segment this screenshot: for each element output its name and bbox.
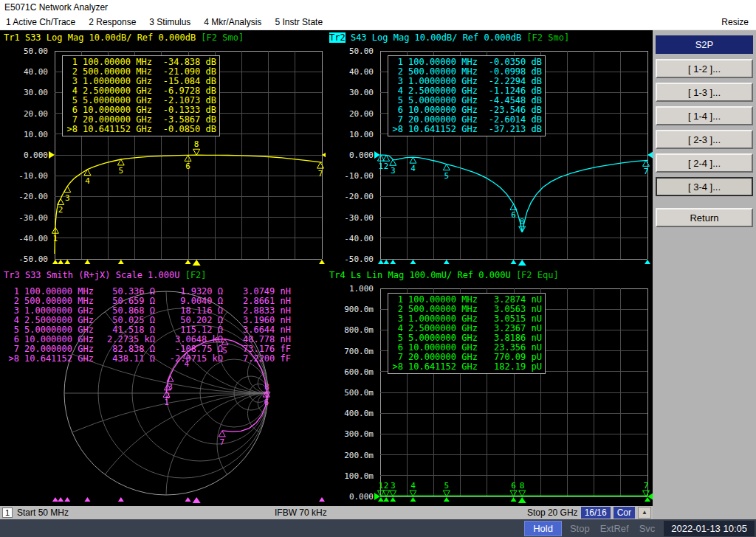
footer-bar: HoldStopExtRefSvc 2022-01-13 10:05: [0, 519, 756, 537]
svg-text:2: 2: [165, 391, 171, 401]
tr2-fixture: [F2 Smo]: [526, 32, 569, 43]
status-bar: 1 Start 50 MHz IFBW 70 kHz Stop 20 GHz 1…: [0, 506, 653, 519]
svg-text:900.0m: 900.0m: [344, 305, 374, 314]
footer-hold[interactable]: Hold: [524, 521, 562, 536]
svg-text:1: 1: [379, 162, 384, 171]
sweep-progress-badge: 16/16: [581, 507, 611, 519]
softkey-return[interactable]: Return: [656, 208, 753, 227]
correction-badge: Cor: [614, 507, 635, 519]
trace3-marker-table: 1100.00000 MHz50.336 Ω1.9320 Ω3.0749 nH2…: [6, 286, 292, 364]
svg-text:50.00: 50.00: [349, 46, 374, 56]
display-column: 50.0040.0030.0020.0010.000.000-10.00-20.…: [0, 30, 653, 519]
svg-text:-30.00: -30.00: [18, 213, 48, 223]
status-stop: Stop 20 GHz: [527, 507, 578, 518]
tr4-format: Ls Lin Mag 100.0mU/ Ref 0.000U: [346, 270, 516, 280]
tr3-format: S33 Smith (R+jX) Scale 1.000U: [20, 270, 185, 280]
tr1-fixture: [F2 Smo]: [201, 32, 244, 43]
tr1-marker-row-8: >810.641152 GHz-0.0850 dB: [66, 125, 216, 134]
menu-1-active-ch-trace[interactable]: 1 Active Ch/Trace: [6, 17, 75, 27]
softkey-menu-title: S2P: [656, 35, 753, 54]
softkey-1-4[interactable]: [ 1-4 ]...: [656, 106, 753, 125]
tr3-marker-row-8: >810.641152 GHz438.11 Ω-2.0715 kΩ7.2200 …: [7, 354, 291, 364]
svg-text:-30.00: -30.00: [344, 213, 374, 223]
channel-indicator: 1: [2, 507, 13, 518]
svg-text:500.0m: 500.0m: [344, 388, 374, 398]
svg-text:8: 8: [520, 481, 525, 491]
trace1-panel: 50.0040.0030.0020.0010.000.000-10.00-20.…: [0, 30, 326, 268]
footer-stop: Stop: [570, 523, 590, 534]
svg-text:5: 5: [119, 166, 124, 176]
svg-text:7: 7: [219, 437, 224, 447]
softkey-2-3[interactable]: [ 2-3 ]...: [656, 130, 753, 149]
svg-text:700.0m: 700.0m: [344, 347, 374, 356]
svg-text:3: 3: [168, 382, 173, 392]
trace2-panel: 50.0040.0030.0020.0010.000.000-10.00-20.…: [326, 30, 653, 268]
svg-text:6: 6: [511, 210, 516, 220]
trace2-marker-table: 1100.00000 MHz-0.0350 dB2500.00000 MHz-0…: [388, 55, 546, 136]
softkey-buttons: [ 1-2 ]...[ 1-3 ]...[ 1-4 ]...[ 2-3 ]...…: [656, 59, 753, 232]
svg-text:0.000: 0.000: [349, 150, 374, 160]
trace4-header: Tr4 Ls Lin Mag 100.0mU/ Ref 0.000U [F2 E…: [329, 270, 559, 280]
svg-text:3: 3: [391, 166, 396, 176]
menu-4-mkr-analysis[interactable]: 4 Mkr/Analysis: [204, 17, 261, 27]
svg-text:400.0m: 400.0m: [344, 409, 374, 418]
tr4-marker-row-8: >810.641152 GHz182.19 pU: [391, 362, 542, 372]
softkey-3-4[interactable]: [ 3-4 ]...: [656, 177, 753, 196]
menu-5-instr-state[interactable]: 5 Instr State: [275, 17, 323, 27]
softkey-1-3[interactable]: [ 1-3 ]...: [656, 83, 753, 102]
tr4-markers: 12345678: [377, 481, 649, 496]
main-area: 50.0040.0030.0020.0010.000.000-10.00-20.…: [0, 30, 756, 519]
svg-text:50.00: 50.00: [24, 46, 48, 56]
menu-2-response[interactable]: 2 Response: [89, 17, 136, 27]
svg-text:6: 6: [511, 481, 516, 491]
tr3-fixture: [F2]: [185, 270, 207, 280]
svg-text:-40.00: -40.00: [344, 234, 374, 243]
menu-3-stimulus[interactable]: 3 Stimulus: [149, 17, 190, 27]
footer-svc: Svc: [639, 523, 656, 534]
svg-text:30.00: 30.00: [349, 88, 374, 97]
svg-text:8: 8: [264, 382, 269, 392]
svg-text:4: 4: [410, 481, 416, 491]
display-area: 50.0040.0030.0020.0010.000.000-10.00-20.…: [0, 30, 653, 506]
softkey-2-4[interactable]: [ 2-4 ]...: [656, 153, 753, 173]
window-title: E5071C Network Analyzer: [4, 2, 108, 13]
svg-text:10.00: 10.00: [24, 130, 48, 139]
svg-text:3: 3: [391, 481, 396, 491]
resize-control[interactable]: Resize: [721, 17, 749, 27]
svg-text:1: 1: [379, 481, 384, 491]
svg-text:7: 7: [318, 169, 323, 179]
svg-text:-20.00: -20.00: [344, 192, 374, 201]
svg-text:30.00: 30.00: [24, 88, 48, 97]
svg-text:-20.00: -20.00: [18, 192, 48, 201]
svg-text:-50.00: -50.00: [18, 254, 48, 264]
tr1-name: Tr1: [4, 32, 20, 43]
svg-text:6: 6: [185, 162, 190, 171]
svg-text:8: 8: [520, 217, 525, 226]
svg-text:-40.00: -40.00: [18, 234, 48, 243]
datetime-display: 2022-01-13 10:05: [664, 521, 755, 536]
svg-text:-10.00: -10.00: [344, 171, 374, 181]
status-ifbw: IFBW 70 kHz: [275, 507, 327, 518]
trace4-marker-table: 1100.00000 MHz3.2874 nU2500.00000 MHz3.0…: [388, 293, 546, 374]
softkey-1-2[interactable]: [ 1-2 ]...: [656, 59, 753, 78]
svg-text:2: 2: [58, 205, 63, 215]
svg-text:100.0m: 100.0m: [344, 471, 374, 481]
tr4-fixture: [F2 Equ]: [516, 270, 559, 280]
trace4-panel: 1.000900.0m800.0m700.0m600.0m500.0m400.0…: [326, 268, 653, 506]
svg-text:40.00: 40.00: [349, 67, 374, 77]
status-scroll-up-icon[interactable]: ▲: [638, 507, 651, 519]
tr2-name: Tr2: [329, 32, 346, 43]
svg-text:40.00: 40.00: [24, 67, 48, 77]
footer-extref: ExtRef: [600, 523, 629, 534]
svg-text:-50.00: -50.00: [344, 254, 374, 264]
menu-bar: 1 Active Ch/Trace2 Response3 Stimulus4 M…: [0, 15, 756, 30]
svg-text:8: 8: [194, 139, 199, 149]
window-titlebar: E5071C Network Analyzer: [0, 0, 756, 15]
svg-text:800.0m: 800.0m: [344, 325, 374, 335]
svg-text:300.0m: 300.0m: [344, 429, 374, 439]
softkey-sidebar: S2P [ 1-2 ]...[ 1-3 ]...[ 1-4 ]...[ 2-3 …: [653, 30, 756, 519]
svg-text:-10.00: -10.00: [18, 171, 48, 181]
svg-text:2: 2: [384, 481, 389, 491]
svg-text:600.0m: 600.0m: [344, 367, 374, 377]
tr2-marker-row-8: >810.641152 GHz-37.213 dB: [391, 125, 542, 134]
